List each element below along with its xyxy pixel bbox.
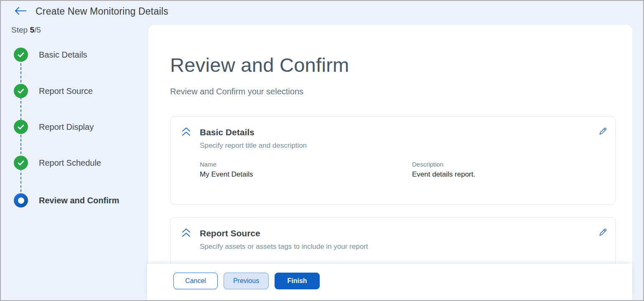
edit-button[interactable] [597, 126, 608, 138]
step-total: /5 [34, 25, 41, 34]
step-current: 5 [30, 25, 34, 34]
page-header: Create New Monitoring Details [14, 6, 168, 17]
edit-button[interactable] [597, 227, 608, 239]
previous-button[interactable]: Previous [224, 273, 269, 289]
wizard-footer: Cancel Previous Finish [147, 264, 632, 301]
main-panel: Review and Confirm Review and Confirm yo… [148, 25, 632, 301]
card-subtitle: Specify assets or assets tags to include… [200, 243, 368, 251]
step-complete-check-icon [14, 120, 28, 134]
step-complete-check-icon [14, 84, 28, 98]
basic-details-card: Basic Details Specify report title and d… [170, 116, 616, 205]
field-label: Description [412, 161, 598, 168]
stepper-item-label: Report Schedule [39, 158, 101, 168]
stepper-item-report-schedule[interactable]: Report Schedule [14, 156, 101, 170]
wizard-stepper: Basic Details Report Source Report Displ… [14, 48, 143, 215]
step-current-icon [14, 193, 28, 207]
back-button[interactable] [14, 6, 27, 17]
card-title: Report Source [200, 228, 260, 238]
back-arrow-icon [15, 7, 26, 16]
field-label: Name [200, 161, 412, 168]
stepper-item-review-confirm[interactable]: Review and Confirm [14, 193, 119, 207]
card-fields: Name My Event Details Description Event … [200, 161, 598, 179]
card-title: Basic Details [200, 127, 255, 137]
page-title: Create New Monitoring Details [36, 6, 168, 17]
chevrons-up-icon [181, 132, 191, 139]
stepper-item-basic-details[interactable]: Basic Details [14, 48, 87, 62]
pencil-icon [598, 232, 608, 238]
collapse-button[interactable] [181, 228, 191, 240]
cancel-button[interactable]: Cancel [173, 273, 218, 289]
step-complete-check-icon [14, 156, 28, 170]
stepper-item-report-source[interactable]: Report Source [14, 84, 93, 98]
field-description: Description Event details report. [412, 161, 598, 179]
chevrons-up-icon [181, 233, 191, 240]
review-subtitle: Review and Confirm your selections [170, 87, 303, 96]
stepper-item-label: Review and Confirm [39, 196, 119, 205]
collapse-button[interactable] [181, 126, 191, 139]
step-indicator: Step 5/5 [11, 25, 41, 35]
finish-button[interactable]: Finish [275, 273, 320, 289]
pencil-icon [598, 131, 608, 137]
stepper-item-report-display[interactable]: Report Display [14, 120, 94, 134]
stepper-item-label: Report Source [39, 86, 93, 96]
field-name: Name My Event Details [200, 161, 412, 179]
card-subtitle: Specify report title and description [200, 142, 307, 150]
step-complete-check-icon [14, 48, 28, 62]
field-value: My Event Details [200, 170, 412, 179]
stepper-item-label: Basic Details [39, 50, 87, 60]
field-value: Event details report. [412, 170, 598, 179]
stepper-item-label: Report Display [39, 122, 94, 132]
review-title: Review and Confirm [170, 53, 349, 76]
